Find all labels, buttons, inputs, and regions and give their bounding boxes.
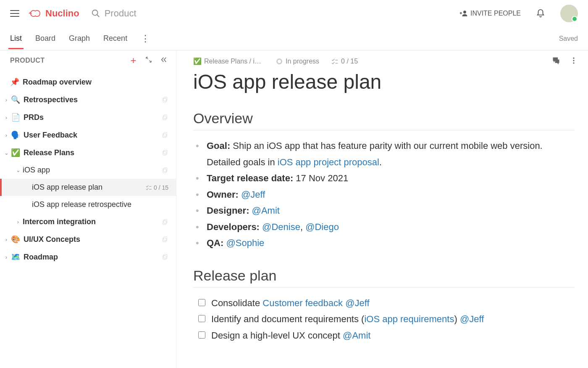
overview-developers[interactable]: Developers: @Denise, @Diego xyxy=(202,219,575,236)
copy-icon xyxy=(162,96,168,103)
release-plan-checklist: Consolidate Customer feedback @Jeff Iden… xyxy=(193,295,575,344)
task-item[interactable]: Consolidate Customer feedback @Jeff xyxy=(198,295,575,312)
sidebar-item-intercom[interactable]: › Intercom integration xyxy=(0,213,176,230)
sidebar-item-uiux[interactable]: › 🎨 UI/UX Concepts xyxy=(0,230,176,248)
mention-jeff[interactable]: @Jeff xyxy=(460,314,484,324)
main-layout: PRODUCT + 📌 Roadmap overview › 🔍 Retrosp… xyxy=(0,50,588,368)
sidebar-item-ios-app[interactable]: ⌄ iOS app xyxy=(0,161,176,179)
mention-sophie[interactable]: @Sophie xyxy=(226,238,264,248)
comments-icon[interactable] xyxy=(552,56,560,65)
mention-amit[interactable]: @Amit xyxy=(252,205,280,216)
breadcrumb[interactable]: ✅ Release Plans / iOS… xyxy=(193,57,265,65)
overview-list: Goal: Ship an iOS app that has feature p… xyxy=(193,138,575,252)
workspace-name: Product xyxy=(105,8,136,19)
collapse-sidebar-icon[interactable] xyxy=(159,56,168,65)
mention-denise[interactable]: @Denise xyxy=(262,222,300,232)
task-checkbox[interactable] xyxy=(198,315,205,322)
chevron-right-icon: › xyxy=(3,97,9,103)
copy-icon xyxy=(162,132,168,138)
svg-point-21 xyxy=(573,62,574,64)
progress-indicator[interactable]: 0 / 15 xyxy=(331,58,358,65)
menu-button[interactable] xyxy=(10,8,22,19)
brand-logo[interactable]: Nuclino xyxy=(29,8,79,19)
chevron-down-icon: ⌄ xyxy=(3,150,9,156)
overview-goal[interactable]: Goal: Ship an iOS app that has feature p… xyxy=(202,138,575,170)
copy-icon xyxy=(162,114,168,121)
status-dot-icon xyxy=(276,58,282,64)
checklist-icon xyxy=(331,58,339,65)
copy-icon xyxy=(162,149,168,156)
brand-text: Nuclino xyxy=(45,8,79,19)
expand-icon[interactable] xyxy=(144,56,153,65)
task-checkbox[interactable] xyxy=(198,331,205,339)
pinned-item[interactable]: 📌 Roadmap overview xyxy=(0,73,176,91)
overview-designer[interactable]: Designer: @Amit xyxy=(202,203,575,219)
svg-rect-12 xyxy=(163,169,166,172)
customer-feedback-link[interactable]: Customer feedback xyxy=(262,298,343,308)
document-content: ✅ Release Plans / iOS… In progress 0 / 1… xyxy=(176,50,588,368)
add-item-button[interactable]: + xyxy=(129,56,138,66)
svg-rect-3 xyxy=(164,97,167,101)
sidebar-item-ios-retrospective[interactable]: iOS app release retrospective xyxy=(0,196,176,213)
invite-icon xyxy=(459,9,468,18)
copy-icon xyxy=(162,219,168,225)
overview-qa[interactable]: QA: @Sophie xyxy=(202,235,575,252)
save-status: Saved xyxy=(559,35,578,42)
user-avatar[interactable] xyxy=(560,5,578,22)
sidebar-item-roadmap[interactable]: › 🗺️ Roadmap xyxy=(0,248,176,266)
overview-target[interactable]: Target release date: 17 Nov 2021 xyxy=(202,170,575,187)
proposal-link[interactable]: iOS app project proposal xyxy=(278,157,379,167)
tab-list[interactable]: List xyxy=(10,28,22,49)
mention-jeff[interactable]: @Jeff xyxy=(241,189,265,200)
sidebar-header: PRODUCT + xyxy=(0,50,176,71)
overview-heading: Overview xyxy=(193,110,575,130)
sidebar-item-retrospectives[interactable]: › 🔍 Retrospectives xyxy=(0,91,176,109)
sidebar-item-ios-release-plan[interactable]: iOS app release plan 0 / 15 xyxy=(0,179,176,196)
status-indicator[interactable]: In progress xyxy=(276,58,319,65)
svg-rect-13 xyxy=(164,220,167,223)
svg-point-0 xyxy=(92,10,97,16)
svg-point-20 xyxy=(573,60,574,61)
svg-rect-11 xyxy=(164,168,167,172)
notifications-icon[interactable] xyxy=(536,9,545,18)
task-checkbox[interactable] xyxy=(198,299,205,306)
sidebar: PRODUCT + 📌 Roadmap overview › 🔍 Retrosp… xyxy=(0,50,176,368)
tab-board[interactable]: Board xyxy=(35,28,55,49)
copy-icon xyxy=(162,254,168,260)
svg-line-1 xyxy=(97,15,99,17)
svg-point-19 xyxy=(573,58,574,59)
invite-label: INVITE PEOPLE xyxy=(470,10,521,17)
sidebar-item-release-plans[interactable]: ⌄ ✅ Release Plans xyxy=(0,144,176,161)
content-toolbar xyxy=(552,56,578,65)
mention-diego[interactable]: @Diego xyxy=(305,222,339,232)
svg-rect-14 xyxy=(163,220,166,224)
mention-amit[interactable]: @Amit xyxy=(343,330,370,341)
svg-rect-8 xyxy=(163,134,166,138)
copy-icon xyxy=(162,236,168,243)
mention-jeff[interactable]: @Jeff xyxy=(345,298,369,308)
document-title[interactable]: iOS app release plan xyxy=(193,70,575,93)
svg-rect-4 xyxy=(163,98,166,102)
task-item[interactable]: Design a high-level UX concept @Amit xyxy=(198,328,575,344)
invite-people-button[interactable]: INVITE PEOPLE xyxy=(459,9,521,18)
svg-rect-17 xyxy=(164,254,167,258)
svg-rect-5 xyxy=(164,115,167,119)
requirements-link[interactable]: iOS app requirements xyxy=(364,314,454,324)
sidebar-item-prds[interactable]: › 📄 PRDs xyxy=(0,109,176,126)
task-item[interactable]: Identify and document requirements (iOS … xyxy=(198,311,575,328)
workspace-search[interactable]: Product xyxy=(91,8,453,19)
app-header: Nuclino Product INVITE PEOPLE xyxy=(0,0,588,27)
svg-rect-7 xyxy=(164,132,167,136)
view-more-button[interactable]: ⋮ xyxy=(141,33,150,44)
tab-graph[interactable]: Graph xyxy=(69,28,90,49)
svg-rect-16 xyxy=(163,238,166,242)
more-options-icon[interactable] xyxy=(570,56,578,65)
search-icon xyxy=(91,9,100,18)
brand-icon xyxy=(29,8,42,19)
overview-owner[interactable]: Owner: @Jeff xyxy=(202,187,575,203)
tab-recent[interactable]: Recent xyxy=(103,28,127,49)
sidebar-item-user-feedback[interactable]: › 🗣️ User Feedback xyxy=(0,126,176,144)
tree-label: Roadmap overview xyxy=(23,78,168,87)
svg-rect-18 xyxy=(163,256,166,259)
release-plan-heading: Release plan xyxy=(193,267,575,288)
